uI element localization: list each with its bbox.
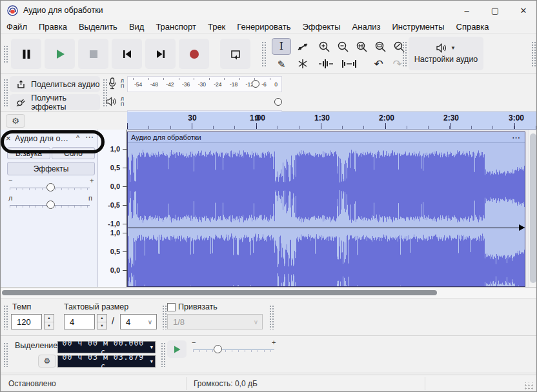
pan-left-label: л [8, 194, 12, 202]
status-divider [186, 377, 187, 390]
beats-spinner[interactable]: ▴▾ [97, 314, 107, 329]
clip-menu-icon[interactable]: ⋯ [512, 133, 520, 142]
menu-select[interactable]: Выделить [73, 22, 123, 32]
draw-tool-button[interactable]: ✎ [272, 55, 291, 72]
record-button[interactable] [179, 39, 209, 69]
timeline-options-button[interactable]: ⚙ [6, 114, 25, 128]
status-bar: Остановлено Громкость: 0,0 дБ [1, 375, 537, 392]
audio-setup-button[interactable]: ▼ Настройки аудио [409, 37, 483, 70]
minimize-button[interactable]: – [452, 1, 481, 20]
envelope-tool-button[interactable] [293, 38, 312, 55]
get-effects-label: Получить эффекты [31, 93, 100, 112]
menu-effects[interactable]: Эффекты [297, 22, 347, 32]
selection-end-field[interactable]: 00 ч 03 м 03.879 с ▼ [57, 355, 156, 368]
tempo-input[interactable]: 120 [11, 314, 42, 329]
zoom-out-button[interactable] [334, 38, 352, 55]
tempo-spinner[interactable]: ▴▾ [44, 314, 54, 329]
toolbar-grip[interactable] [269, 305, 274, 329]
toolbar-grip[interactable] [3, 79, 8, 107]
selection-options-button[interactable]: ⚙ [38, 355, 56, 368]
trim-audio-button[interactable] [316, 55, 336, 72]
menu-tools[interactable]: Инструменты [387, 22, 451, 32]
selection-tool-button[interactable]: I [272, 38, 291, 55]
track-effects-button[interactable]: Эффекты [7, 162, 95, 175]
pan-slider-knob[interactable] [46, 201, 55, 209]
dropdown-arrow-icon: ▼ [451, 45, 456, 51]
share-audio-button[interactable]: Поделиться аудио [10, 76, 100, 92]
toolbar-grip[interactable] [3, 45, 8, 63]
snap-checkbox[interactable] [167, 303, 176, 311]
stop-icon [88, 48, 99, 60]
pause-button[interactable] [11, 39, 41, 69]
skip-to-end-button[interactable] [145, 39, 176, 69]
menu-transport[interactable]: Транспорт [150, 22, 202, 32]
menu-help[interactable]: Справка [451, 22, 495, 32]
toolbar-grip[interactable] [402, 41, 407, 67]
playback-state: Остановлено [8, 379, 56, 388]
skip-to-start-button[interactable] [112, 39, 142, 69]
title-bar: Аудио для обработки – ▢ ✕ [1, 1, 537, 20]
get-effects-button[interactable]: Получить эффекты [10, 94, 100, 110]
toolbar-grip[interactable] [261, 41, 266, 67]
play-at-speed-button[interactable] [167, 340, 187, 358]
playback-volume-slider[interactable] [274, 98, 282, 106]
speed-slider-knob[interactable] [214, 345, 222, 353]
maximize-button[interactable]: ▢ [481, 1, 509, 20]
horizontal-scrollbar-thumb[interactable] [2, 290, 437, 295]
gain-slider-knob[interactable] [46, 183, 55, 191]
silence-audio-button[interactable] [339, 55, 360, 72]
selection-start-field[interactable]: 00 ч 00 м 00.000 с ▼ [57, 341, 156, 353]
multi-tool-button[interactable] [293, 55, 312, 72]
audacity-logo-icon [7, 5, 18, 16]
zoom-to-selection-button[interactable] [353, 38, 370, 55]
microphone-icon [108, 77, 117, 90]
chevron-down-icon: ∨ [254, 318, 258, 326]
toolbar-grip[interactable] [3, 342, 8, 367]
fit-project-button[interactable] [372, 38, 389, 55]
toolbar-grip[interactable] [3, 305, 8, 329]
note-value-select[interactable]: 4∨ [120, 314, 157, 329]
pause-icon [21, 48, 32, 60]
snap-label: Привязать [178, 302, 218, 311]
dropdown-arrow-icon[interactable]: ▼ [150, 345, 153, 350]
record-volume-slider[interactable] [252, 80, 259, 88]
speed-minus-label: − [192, 338, 196, 346]
menu-edit[interactable]: Правка [33, 22, 73, 32]
menu-analyze[interactable]: Анализ [347, 22, 387, 32]
toolbar-grip[interactable] [531, 41, 536, 67]
menu-generate[interactable]: Генерировать [231, 22, 296, 32]
audacity-window: Аудио для обработки – ▢ ✕ Файл Правка Вы… [0, 0, 537, 392]
window-resize-grip[interactable] [525, 382, 534, 390]
chevron-down-icon: ∨ [148, 318, 152, 326]
zoom-selection-icon [356, 41, 368, 53]
stop-button[interactable] [78, 39, 108, 69]
dropdown-arrow-icon[interactable]: ▼ [150, 359, 153, 364]
waveform[interactable] [128, 143, 525, 286]
audio-clip[interactable]: Аудио для обработки ⋯ [127, 132, 525, 287]
snap-value-select[interactable]: 1/8∨ [167, 314, 263, 329]
clip-title: Аудио для обработки [131, 133, 201, 141]
record-icon [188, 48, 200, 60]
tempo-label: Темп [12, 302, 31, 311]
play-button[interactable] [45, 39, 75, 69]
silence-audio-icon [341, 59, 357, 69]
close-button[interactable]: ✕ [509, 1, 537, 20]
gain-minus-label: − [8, 177, 12, 184]
vertical-scale-ruler[interactable]: 1,0 0,5 0,0 -0,5 -1,0 1,0 0,5 0,0 [97, 130, 127, 287]
zoom-in-button[interactable] [316, 38, 333, 55]
menu-file[interactable]: Файл [1, 22, 33, 32]
menu-tracks[interactable]: Трек [202, 22, 231, 32]
toolbar-grip[interactable] [161, 342, 165, 367]
speed-plus-label: + [272, 338, 276, 346]
menu-bar: Файл Правка Выделить Вид Транспорт Трек … [1, 20, 537, 33]
loop-button[interactable] [220, 39, 250, 69]
undo-button[interactable]: ↶ [370, 55, 387, 72]
toolbar-grip[interactable] [162, 305, 167, 329]
beats-input[interactable]: 4 [64, 314, 95, 329]
vertical-scrollbar-thumb[interactable] [530, 133, 536, 283]
share-icon [16, 79, 26, 89]
timeline-ruler[interactable]: 0 30 1:00 1:30 2:00 2:30 3:00 [127, 112, 537, 130]
clip-header[interactable]: Аудио для обработки ⋯ [128, 132, 525, 143]
selection-end-value: 00 ч 03 м 03.879 с [58, 353, 148, 371]
menu-view[interactable]: Вид [123, 22, 150, 32]
